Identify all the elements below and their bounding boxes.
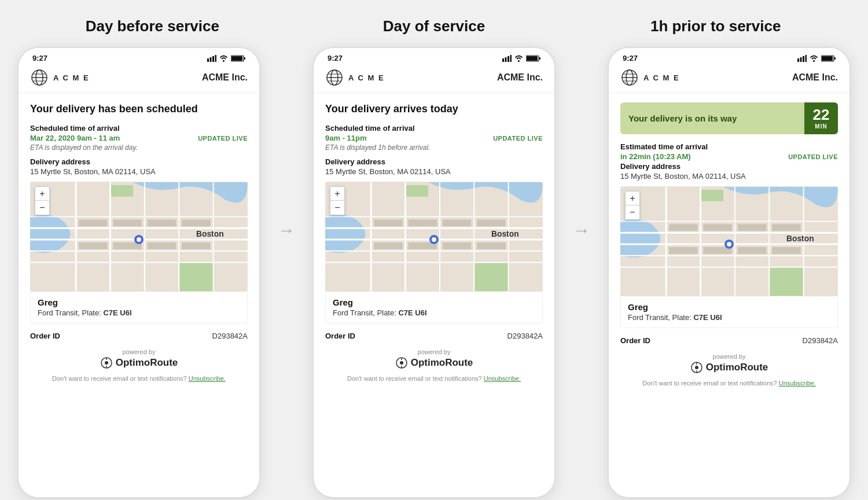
- map-svg-2: Boston: [325, 182, 543, 292]
- status-time-3: 9:27: [623, 54, 638, 62]
- svg-rect-83: [806, 55, 807, 62]
- order-label-2: Order ID: [325, 332, 355, 340]
- zoom-out-btn-3[interactable]: −: [626, 205, 639, 219]
- globe-icon-2: [325, 68, 344, 87]
- svg-rect-25: [79, 220, 107, 227]
- banner-text: Your delivery is on its way: [620, 102, 804, 134]
- updated-live-2: UPDATED LIVE: [493, 135, 543, 142]
- unsubscribe-link-1[interactable]: Unsubscribe.: [189, 375, 226, 382]
- battery-icon-3: [821, 55, 836, 62]
- svg-rect-3: [215, 55, 217, 62]
- section-title-1h-prior: 1h prior to service: [576, 17, 855, 35]
- optimo-logo-2: OptimoRoute: [325, 356, 543, 369]
- svg-text:Boston: Boston: [491, 229, 519, 238]
- svg-rect-109: [738, 224, 766, 231]
- optimo-brand-text-3: OptimoRoute: [706, 362, 768, 373]
- phone-content-1: Your delivery has been scheduled Schedul…: [19, 93, 259, 497]
- svg-rect-94: [701, 190, 724, 201]
- status-bar-1: 9:27: [19, 48, 259, 65]
- phone-content-2: Your delivery arrives today Scheduled ti…: [314, 93, 554, 497]
- zoom-in-btn-1[interactable]: +: [35, 187, 49, 201]
- optimo-icon-1: [100, 356, 113, 369]
- svg-rect-5: [231, 56, 242, 61]
- optimo-brand-text-1: OptimoRoute: [116, 357, 178, 369]
- acme-inc-2: ACME Inc.: [497, 72, 543, 83]
- acme-logo-1: A C M E: [30, 68, 90, 87]
- wifi-icon-3: [810, 55, 818, 62]
- status-icons-3: [797, 55, 836, 62]
- svg-point-115: [727, 242, 731, 247]
- section-title-day-of: Day of service: [295, 17, 573, 35]
- svg-rect-111: [772, 224, 800, 231]
- acme-logo-3: A C M E: [620, 68, 680, 87]
- svg-rect-86: [834, 57, 836, 60]
- banner-min-box: 22 MIN: [804, 102, 838, 134]
- main-heading-1: Your delivery has been scheduled: [30, 102, 248, 116]
- svg-rect-69: [443, 220, 471, 227]
- driver-name-3: Greg: [628, 302, 830, 312]
- optimo-logo-3: OptimoRoute: [620, 361, 838, 374]
- svg-rect-45: [527, 56, 538, 61]
- svg-rect-66: [374, 242, 402, 249]
- svg-rect-105: [669, 224, 697, 231]
- wifi-icon-1: [219, 55, 228, 62]
- phone-day-of: 9:27 A C M E ACME Inc. Your de: [312, 47, 556, 498]
- powered-by-text-1: powered by: [30, 348, 248, 355]
- scheduled-label-2: Scheduled time of arrival: [325, 124, 543, 133]
- section-title-day-before: Day before service: [13, 17, 292, 35]
- zoom-out-btn-2[interactable]: −: [330, 201, 344, 215]
- time-row-3: in 22min (10:23 AM) UPDATED LIVE: [620, 152, 838, 161]
- estimated-label-3: Estimated time of arrival: [620, 142, 838, 151]
- status-bar-3: 9:27: [609, 48, 849, 65]
- globe-icon-1: [30, 68, 49, 87]
- svg-rect-110: [738, 247, 766, 254]
- order-label-1: Order ID: [30, 332, 60, 340]
- svg-rect-80: [797, 58, 799, 62]
- svg-rect-2: [212, 56, 214, 62]
- svg-rect-85: [822, 56, 833, 61]
- address-value-2: 15 Myrtle St, Boston, MA 02114, USA: [325, 167, 543, 176]
- svg-point-75: [432, 237, 436, 242]
- phone-header-1: A C M E ACME Inc.: [19, 65, 259, 93]
- scheduled-label-1: Scheduled time of arrival: [30, 124, 248, 133]
- driver-details-3: Ford Transit, Plate: C7E U6I: [628, 313, 830, 322]
- battery-icon-1: [231, 55, 245, 62]
- map-svg-1: Boston: [30, 182, 248, 292]
- address-value-3: 15 Myrtle St, Boston, MA 02114, USA: [620, 172, 838, 181]
- main-heading-2: Your delivery arrives today: [325, 102, 543, 116]
- powered-by-1: powered by OptimoRoute: [30, 348, 248, 369]
- svg-point-117: [695, 366, 698, 369]
- unsubscribe-3: Don't want to receive email or text noti…: [620, 380, 838, 387]
- zoom-in-btn-2[interactable]: +: [330, 187, 344, 201]
- address-label-1: Delivery address: [30, 157, 248, 166]
- svg-rect-30: [148, 242, 176, 249]
- unsubscribe-link-2[interactable]: Unsubscribe.: [484, 375, 521, 382]
- svg-rect-81: [800, 57, 802, 62]
- banner-min-label: MIN: [815, 123, 827, 130]
- map-controls-2[interactable]: + −: [330, 186, 345, 215]
- acme-inc-3: ACME Inc.: [792, 72, 838, 83]
- phone-1h-prior: 9:27 A C M E ACME Inc.: [608, 47, 851, 498]
- status-time-2: 9:27: [328, 54, 343, 62]
- optimo-icon-2: [395, 356, 408, 369]
- svg-rect-0: [207, 58, 209, 62]
- arrow-1: →: [278, 220, 295, 240]
- time-row-1: Mar 22, 2020 9am - 11 am UPDATED LIVE: [30, 134, 248, 142]
- svg-rect-54: [406, 185, 429, 197]
- svg-point-77: [400, 361, 403, 365]
- map-svg-3: Boston: [620, 186, 838, 296]
- signal-icon-2: [502, 55, 512, 62]
- map-controls-1[interactable]: + −: [35, 186, 50, 215]
- unsubscribe-link-3[interactable]: Unsubscribe.: [779, 380, 816, 387]
- unsubscribe-2: Don't want to receive email or text noti…: [325, 375, 543, 382]
- svg-rect-107: [703, 224, 731, 231]
- driver-info-3: Greg Ford Transit, Plate: C7E U6I: [620, 296, 838, 328]
- svg-rect-70: [443, 242, 471, 249]
- svg-rect-27: [113, 220, 141, 227]
- zoom-in-btn-3[interactable]: +: [626, 192, 639, 205]
- svg-rect-1: [210, 57, 212, 62]
- zoom-out-btn-1[interactable]: −: [35, 201, 49, 215]
- svg-rect-72: [477, 242, 505, 249]
- map-controls-3[interactable]: + −: [625, 191, 640, 220]
- estimated-time-3: in 22min (10:23 AM): [620, 152, 691, 161]
